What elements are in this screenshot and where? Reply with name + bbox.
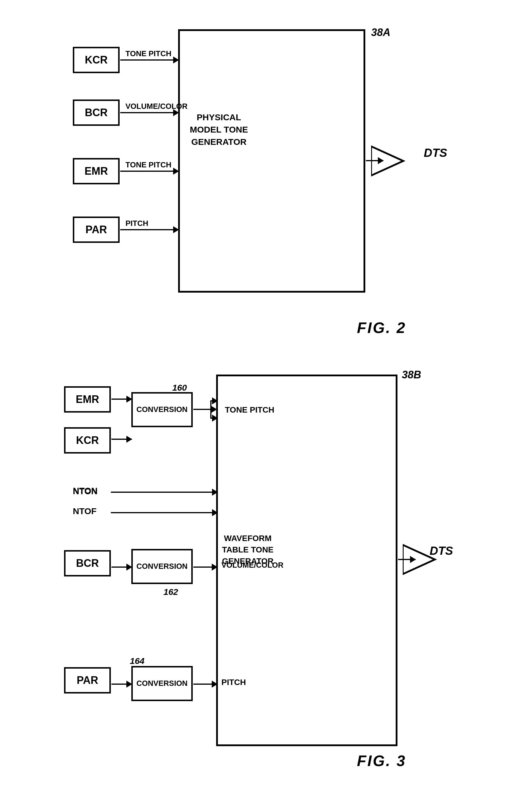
fig3-conv-to-main-top-arrow: [193, 409, 217, 410]
fig3-bcr-box: BCR: [64, 550, 111, 577]
fig3-bcr-to-conv-arrow: [111, 566, 132, 568]
fig3-conversion-top-box: CONVERSION: [131, 392, 193, 427]
page-container: 38A PHYSICALMODEL TONEGENERATOR KCR TONE…: [0, 0, 520, 812]
fig3-kcr-to-conv-arrow: [111, 439, 132, 440]
fig2-kcr-arrow: [120, 59, 179, 60]
fig3-dts-label: DTS: [430, 544, 453, 557]
fig3-ntof-text: NTOF: [73, 506, 97, 516]
fig3-conv-mid-to-main-arrow: [193, 566, 217, 568]
fig2-emr-arrow: [120, 171, 179, 172]
fig3-tone-pitch-label: TONE PITCH: [225, 405, 274, 415]
fig2-main-box-label: PHYSICALMODEL TONEGENERATOR: [190, 111, 248, 148]
svg-marker-0: [371, 146, 403, 176]
fig2-par-box: PAR: [73, 217, 120, 243]
fig2-kcr-signal: TONE PITCH: [126, 49, 172, 58]
fig3-num-160: 160: [172, 383, 187, 393]
fig3-pitch-label: PITCH: [222, 678, 246, 687]
fig2-output-arrow: [371, 143, 409, 180]
fig3-emr-box: EMR: [64, 386, 111, 412]
fig3-fork-v: [210, 401, 211, 418]
fig2-par-signal: PITCH: [126, 219, 148, 228]
fig2-kcr-box: KCR: [73, 47, 120, 73]
fig2-par-arrow: [120, 229, 179, 230]
fig3-par-to-conv-arrow: [111, 684, 132, 685]
fig2-box-number: 38A: [371, 26, 390, 39]
fig3-fork-bot: [210, 417, 217, 419]
fig3-num-162: 162: [163, 587, 178, 597]
fig3-box-number: 38B: [402, 369, 421, 381]
fig3-conv-bot-to-main-arrow: [193, 684, 217, 685]
fig3-nton-arrow: [111, 491, 217, 493]
fig3-emr-to-conv-arrow: [111, 399, 132, 400]
fig2-diagram: 38A PHYSICALMODEL TONEGENERATOR KCR TONE…: [55, 18, 465, 339]
fig3-kcr-box: KCR: [64, 427, 111, 454]
fig2-bcr-signal: VOLUME/COLOR: [126, 102, 187, 111]
fig3-num-164: 164: [130, 656, 145, 666]
fig3-conversion-mid-box: CONVERSION: [131, 549, 193, 584]
fig2-caption: FIG. 2: [357, 319, 406, 336]
fig2-dts-label: DTS: [424, 146, 447, 159]
fig2-emr-box: EMR: [73, 158, 120, 184]
fig2-bcr-arrow: [120, 112, 179, 113]
fig2-bcr-box: BCR: [73, 100, 120, 126]
fig3-conversion-bot-box: CONVERSION: [131, 666, 193, 701]
fig3-fork-top: [210, 400, 217, 402]
fig3-diagram: 38B WAVEFORMTABLE TONEGENERATOR EMR KCR …: [55, 363, 465, 772]
fig3-volume-color-label: VOLUME/COLOR: [222, 561, 283, 570]
fig3-nton-text: NTON: [73, 486, 97, 496]
fig3-ntof-arrow: [111, 512, 217, 513]
fig2-main-box: [178, 29, 365, 293]
fig2-emr-signal: TONE PITCH: [126, 160, 172, 170]
fig3-par-box: PAR: [64, 667, 111, 693]
fig3-caption: FIG. 3: [357, 752, 406, 769]
